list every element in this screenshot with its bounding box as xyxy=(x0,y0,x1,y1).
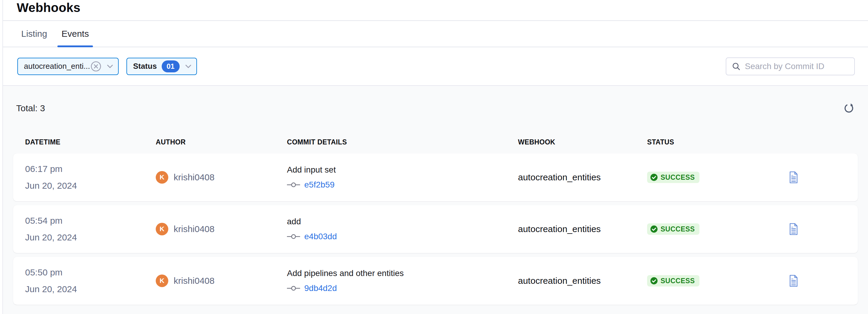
refresh-button[interactable] xyxy=(843,102,855,114)
column-header-datetime: DATETIME xyxy=(25,138,156,146)
payload-details-button[interactable] xyxy=(789,223,798,235)
circle-x-icon[interactable] xyxy=(91,61,101,72)
column-header-author: AUTHOR xyxy=(156,138,287,146)
chevron-down-icon[interactable] xyxy=(107,64,113,68)
author-name: krishi0408 xyxy=(174,172,215,182)
commit-details-cell: Add input set e5f2b59 xyxy=(287,165,518,190)
table-row[interactable]: 05:50 pm Jun 20, 2024 K krishi0408 Add p… xyxy=(13,257,858,305)
webhook-name: autocreation_entities xyxy=(518,172,647,182)
left-rail-divider xyxy=(0,0,3,314)
author-name: krishi0408 xyxy=(174,224,215,234)
status-filter-label: Status xyxy=(133,62,157,71)
column-header-commit-details: COMMIT DETAILS xyxy=(287,138,518,146)
page-title: Webhooks xyxy=(17,1,868,15)
event-time: 06:17 pm xyxy=(25,164,156,174)
author-cell: K krishi0408 xyxy=(156,223,287,235)
check-circle-icon xyxy=(650,277,658,285)
commit-id-line: e5f2b59 xyxy=(287,180,518,190)
status-filter-count-badge: 01 xyxy=(162,60,180,73)
filter-bar: autocreation_enti... Status 01 xyxy=(3,47,868,86)
webhooks-page: Webhooks Listing Events autocreation_ent… xyxy=(0,0,868,314)
table-row[interactable]: 05:54 pm Jun 20, 2024 K krishi0408 add xyxy=(13,205,858,253)
events-content: Total: 3 DATETIME AUTHOR COMMIT DETAILS … xyxy=(3,86,868,314)
search-input[interactable] xyxy=(745,62,849,71)
chevron-down-icon[interactable] xyxy=(185,64,192,68)
git-commit-icon xyxy=(287,233,300,240)
status-cell: SUCCESS xyxy=(647,223,764,235)
check-circle-icon xyxy=(650,225,658,233)
search-box[interactable] xyxy=(726,57,855,75)
event-date: Jun 20, 2024 xyxy=(25,181,156,191)
document-icon xyxy=(789,275,798,287)
main-panel: Webhooks Listing Events autocreation_ent… xyxy=(3,0,868,314)
payload-details-button[interactable] xyxy=(789,171,798,183)
status-badge: SUCCESS xyxy=(647,223,700,235)
webhook-filter-chip[interactable]: autocreation_enti... xyxy=(17,58,119,75)
event-time: 05:50 pm xyxy=(25,267,156,278)
document-icon xyxy=(789,223,798,235)
git-commit-icon xyxy=(287,285,300,291)
document-icon xyxy=(789,171,798,183)
avatar: K xyxy=(156,223,168,235)
check-circle-icon xyxy=(650,173,658,181)
event-time: 05:54 pm xyxy=(25,216,156,226)
webhook-name: autocreation_entities xyxy=(518,224,647,234)
table-row[interactable]: 06:17 pm Jun 20, 2024 K krishi0408 Add i… xyxy=(13,153,858,201)
commit-details-cell: Add pipelines and other entities 9db4d2d xyxy=(287,268,518,293)
event-date: Jun 20, 2024 xyxy=(25,284,156,294)
event-date: Jun 20, 2024 xyxy=(25,232,156,242)
tabbar: Listing Events xyxy=(3,21,868,47)
total-count-label: Total: 3 xyxy=(16,103,45,113)
status-label: SUCCESS xyxy=(660,277,695,285)
status-badge: SUCCESS xyxy=(647,275,700,286)
refresh-icon xyxy=(843,103,855,114)
commit-message: Add input set xyxy=(287,165,518,175)
results-toolbar: Total: 3 xyxy=(13,86,858,131)
datetime-cell: 05:50 pm Jun 20, 2024 xyxy=(25,267,156,294)
author-cell: K krishi0408 xyxy=(156,275,287,287)
webhook-filter-label: autocreation_enti... xyxy=(24,62,90,71)
datetime-cell: 06:17 pm Jun 20, 2024 xyxy=(25,164,156,191)
commit-message: Add pipelines and other entities xyxy=(287,268,518,278)
commit-details-cell: add e4b03dd xyxy=(287,217,518,241)
search-icon xyxy=(732,62,741,71)
author-name: krishi0408 xyxy=(174,276,215,286)
page-header: Webhooks xyxy=(3,0,868,21)
git-commit-icon xyxy=(287,181,300,188)
table-header-row: DATETIME AUTHOR COMMIT DETAILS WEBHOOK S… xyxy=(13,131,858,153)
tab-events[interactable]: Events xyxy=(57,21,93,47)
status-cell: SUCCESS xyxy=(647,275,764,286)
author-cell: K krishi0408 xyxy=(156,171,287,183)
commit-id-link[interactable]: 9db4d2d xyxy=(304,284,337,293)
tab-listing[interactable]: Listing xyxy=(17,21,52,47)
commit-id-line: 9db4d2d xyxy=(287,284,518,293)
status-badge: SUCCESS xyxy=(647,172,700,183)
commit-id-link[interactable]: e4b03dd xyxy=(304,232,337,241)
webhook-name: autocreation_entities xyxy=(518,276,647,286)
avatar: K xyxy=(156,171,168,183)
avatar: K xyxy=(156,275,168,287)
datetime-cell: 05:54 pm Jun 20, 2024 xyxy=(25,216,156,242)
status-filter-chip[interactable]: Status 01 xyxy=(126,58,197,75)
commit-id-line: e4b03dd xyxy=(287,232,518,241)
column-header-status: STATUS xyxy=(647,138,764,146)
commit-message: add xyxy=(287,217,518,226)
status-label: SUCCESS xyxy=(660,173,695,181)
status-label: SUCCESS xyxy=(660,225,695,233)
commit-id-link[interactable]: e5f2b59 xyxy=(304,180,335,190)
payload-details-button[interactable] xyxy=(789,275,798,287)
column-header-webhook: WEBHOOK xyxy=(518,138,647,146)
status-cell: SUCCESS xyxy=(647,172,764,183)
